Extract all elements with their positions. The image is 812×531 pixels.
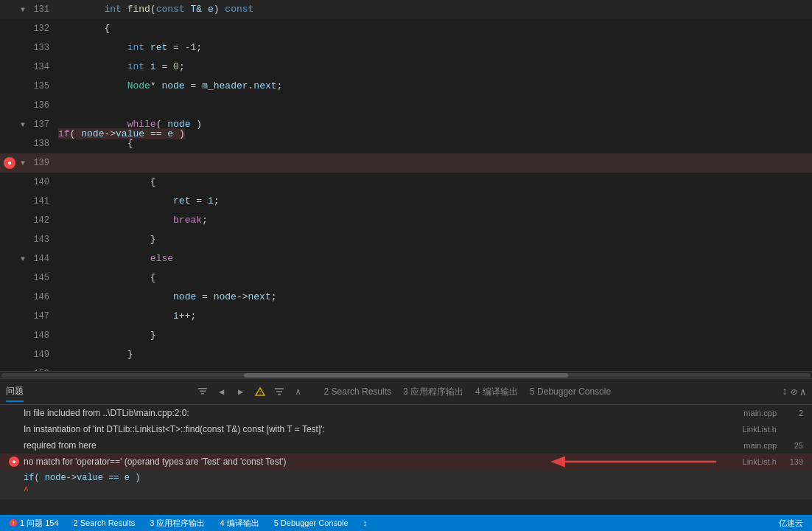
tab-compile-output[interactable]: 4 编译输出 xyxy=(475,383,518,401)
status-arrow: ↕ xyxy=(363,518,368,527)
problems-filter2-icon[interactable]: ⊘ xyxy=(791,386,797,398)
code-line-141: 141 ret = i; xyxy=(0,192,812,211)
code-line-136: 136 xyxy=(0,96,812,115)
code-line-145: 145 { xyxy=(0,268,812,288)
code-editor: ▼ 131 int find(const T& e) const 132 { xyxy=(0,0,812,378)
code-content-131: int find(const T& e) const xyxy=(55,0,812,19)
error-caret-display: ^ xyxy=(0,486,812,499)
code-line-142: 142 break; xyxy=(0,211,812,230)
svg-text:!: ! xyxy=(259,390,262,396)
problems-count-label: 1 问题 xyxy=(20,518,43,529)
svg-rect-2 xyxy=(198,388,207,389)
horizontal-scrollbar[interactable] xyxy=(0,371,812,378)
problem-text-3: required from here xyxy=(24,440,713,451)
error-dot-problem: ● xyxy=(9,457,19,467)
problems-warning-icon[interactable]: ! xyxy=(252,384,268,400)
compile-output-label: 4 编译输出 xyxy=(220,518,259,529)
code-line-150: 150 xyxy=(0,364,812,371)
tab-debugger[interactable]: 5 Debugger Console xyxy=(530,384,611,400)
status-right: 亿速云 xyxy=(776,518,806,529)
fold-131[interactable]: ▼ xyxy=(18,6,27,14)
problem-item-1[interactable]: In file included from ..\DTLib\main.cpp:… xyxy=(0,405,812,421)
panel-tab-icons: ◀ ▶ ! ∧ xyxy=(195,384,307,400)
problem-file-3: main.cpp xyxy=(718,441,777,450)
scrollbar-thumb[interactable] xyxy=(244,373,567,378)
status-debugger[interactable]: 5 Debugger Console xyxy=(271,515,351,531)
tab-app-output[interactable]: 3 应用程序输出 xyxy=(403,383,463,401)
code-line-149: 149 } xyxy=(0,345,812,364)
panel-tabs: 问题 ◀ ▶ ! xyxy=(0,379,812,405)
scrollbar-track[interactable] xyxy=(1,373,811,378)
problem-item-2[interactable]: In instantiation of 'int DTLib::LinkList… xyxy=(0,421,812,437)
problem-text-1: In file included from ..\DTLib\main.cpp:… xyxy=(24,408,713,418)
code-line-147: 147 i++; xyxy=(0,307,812,326)
status-compile-output[interactable]: 4 编译输出 xyxy=(217,515,262,531)
tab-problems[interactable]: 问题 xyxy=(6,382,24,402)
problems-filter-icon[interactable] xyxy=(271,384,287,400)
problems-sort-icon[interactable] xyxy=(195,384,211,400)
error-caret-text: ^ xyxy=(24,486,29,496)
error-dot-139: ● xyxy=(4,157,15,169)
panel-collapse-btn[interactable]: ∧ xyxy=(290,384,307,400)
problem-file-4: LinkList.h xyxy=(718,457,777,466)
code-line-133: 133 int ret = -1; xyxy=(0,38,812,58)
status-search-results[interactable]: 2 Search Results xyxy=(71,515,139,531)
debugger-label: 5 Debugger Console xyxy=(274,518,349,527)
linenum-131: 131 xyxy=(29,4,49,15)
watermark-text: 亿速云 xyxy=(779,518,803,529)
red-arrow-problems xyxy=(539,453,724,471)
problem-file-2: LinkList.h xyxy=(718,425,777,434)
problem-item-3[interactable]: required from here main.cpp 25 xyxy=(0,437,812,454)
yiyuyun-watermark: 亿速云 xyxy=(776,518,806,529)
code-line-139: ● ▼ 139 if( node->value == e ) xyxy=(0,153,812,173)
app-output-label: 3 应用程序输出 xyxy=(150,518,205,529)
status-arrow-icon[interactable]: ↕ xyxy=(360,515,371,531)
svg-rect-3 xyxy=(200,391,206,392)
problem-line-4: 139 xyxy=(781,457,803,466)
code-line-134: 134 int i = 0; xyxy=(0,58,812,77)
error-code-display: if( node->value == e ) xyxy=(0,470,812,486)
code-line-144: ▼ 144 else xyxy=(0,249,812,268)
main-container: ▼ 131 int find(const T& e) const 132 { xyxy=(0,0,812,531)
problem-text-2: In instantiation of 'int DTLib::LinkList… xyxy=(24,424,713,434)
code-line-140: 140 { xyxy=(0,173,812,192)
code-line-146: 146 node = node->next; xyxy=(0,288,812,307)
problems-list: In file included from ..\DTLib\main.cpp:… xyxy=(0,405,812,515)
problems-forward-icon[interactable]: ▶ xyxy=(233,384,249,400)
problem-item-4[interactable]: ● no match for 'operator==' (operand typ… xyxy=(0,454,812,470)
svg-text:!: ! xyxy=(13,520,14,527)
error-code-text: if( node->value == e ) xyxy=(24,473,140,483)
code-line-148: 148 } xyxy=(0,326,812,345)
problem-line-1: 2 xyxy=(781,409,803,417)
tab-search-results[interactable]: 2 Search Results xyxy=(324,384,391,400)
panel-expand-icon[interactable]: ∧ xyxy=(800,386,806,398)
code-line-143: 143 } xyxy=(0,230,812,249)
status-problems-count[interactable]: ! 1 问题 154 xyxy=(6,515,62,531)
search-results-label: 2 Search Results xyxy=(74,518,136,527)
status-bar: ! 1 问题 154 2 Search Results 3 应用程序输出 4 编… xyxy=(0,515,812,531)
problem-file-1: main.cpp xyxy=(718,409,777,417)
code-scroll: ▼ 131 int find(const T& e) const 132 { xyxy=(0,0,812,371)
problems-panel: 问题 ◀ ▶ ! xyxy=(0,378,812,515)
code-line-131: ▼ 131 int find(const T& e) const xyxy=(0,0,812,19)
svg-rect-4 xyxy=(201,393,204,395)
problems-badge: 154 xyxy=(45,518,58,527)
code-line-135: 135 Node* node = m_header.next; xyxy=(0,77,812,96)
problem-line-3: 25 xyxy=(781,441,803,450)
code-line-132: 132 { xyxy=(0,19,812,38)
problems-arrow-icon[interactable]: ↕ xyxy=(782,386,788,398)
error-circle-icon: ! xyxy=(9,518,18,527)
status-app-output[interactable]: 3 应用程序输出 xyxy=(147,515,208,531)
problems-back-icon[interactable]: ◀ xyxy=(214,384,230,400)
